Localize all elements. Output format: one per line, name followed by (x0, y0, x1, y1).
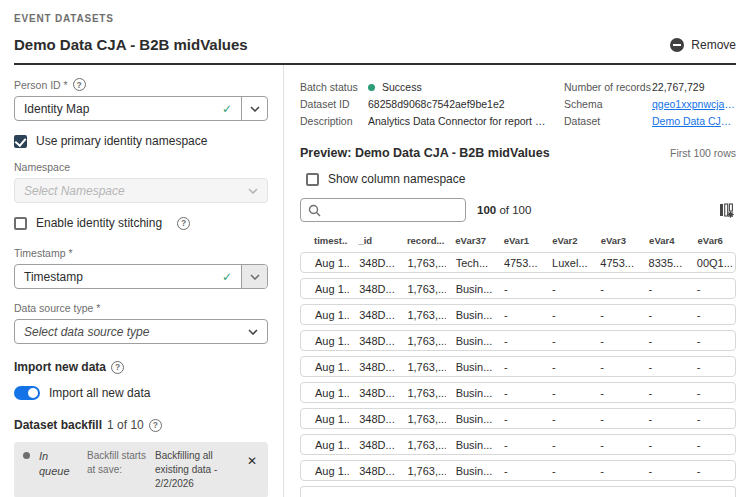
help-icon[interactable]: ? (149, 419, 162, 432)
table-cell: 348D... (349, 283, 397, 295)
table-cell: Luxel... (542, 257, 590, 269)
help-icon[interactable]: ? (111, 361, 124, 374)
records-value: 22,767,729 (652, 79, 705, 96)
column-header[interactable]: eVar6 (688, 235, 736, 246)
table-cell: - (542, 335, 590, 347)
dataset-id-label: Dataset ID (300, 96, 368, 113)
person-id-select[interactable]: Identity Map ✓ (14, 96, 268, 121)
breadcrumb: EVENT DATASETS (14, 13, 736, 24)
chevron-down-icon (248, 188, 258, 194)
table-cell: - (639, 309, 687, 321)
table-row[interactable]: Aug 1...348D...1,763,...Busin...----- (300, 304, 736, 325)
table-cell: Aug 1... (301, 387, 349, 399)
table-cell: - (494, 413, 542, 425)
column-header[interactable]: timest... (300, 235, 348, 246)
table-row[interactable]: Aug 1...348D...1,763,...Tech...4753...Lu… (300, 252, 736, 273)
table-cell: 1,763,... (397, 361, 445, 373)
column-settings-button[interactable] (717, 201, 736, 220)
toggle-on-icon (14, 386, 40, 400)
table-cell: Busin... (446, 283, 494, 295)
table-cell: - (590, 335, 638, 347)
table-cell: - (494, 465, 542, 477)
table-cell: - (590, 361, 638, 373)
dataset-label: Dataset (564, 113, 652, 130)
table-cell: - (687, 283, 735, 295)
table-cell: Aug 1... (301, 257, 349, 269)
table-cell: - (590, 309, 638, 321)
table-cell: - (590, 439, 638, 451)
table-row[interactable]: Aug 1...348D...1,763,...Busin...----- (300, 434, 736, 455)
person-id-label: Person ID * ? (14, 78, 268, 91)
result-count: 100 of 100 (477, 204, 531, 216)
column-settings-icon (719, 203, 734, 218)
status-dot-icon (23, 452, 30, 459)
column-header[interactable]: _id (348, 235, 396, 246)
table-cell: Aug 1... (301, 335, 349, 347)
table-cell: - (542, 413, 590, 425)
column-header[interactable]: record... (397, 235, 445, 246)
checkbox-unchecked-icon (306, 173, 319, 186)
table-cell: Aug 1... (301, 465, 349, 477)
table-cell: - (590, 465, 638, 477)
checkbox-label: Use primary identity namespace (36, 134, 207, 148)
dataset-meta: Batch status Success Dataset ID 68258d90… (300, 79, 736, 130)
preview-title: Preview: Demo Data CJA - B2B midValues (300, 146, 550, 160)
table-cell: 4753... (590, 257, 638, 269)
schema-link[interactable]: qgeo1xxpnwcjab2b Schema (652, 96, 736, 113)
table-cell: - (639, 335, 687, 347)
column-header[interactable]: eVar1 (494, 235, 542, 246)
records-label: Number of records (564, 79, 652, 96)
table-row[interactable]: Aug 1...348D...1,763,...Busin...----- (300, 330, 736, 351)
table-row[interactable]: Aug 1...348D...1,763,...Busin...----- (300, 382, 736, 403)
help-icon[interactable]: ? (177, 217, 190, 230)
close-icon[interactable]: ✕ (245, 453, 259, 469)
table-cell: Aug 1... (301, 413, 349, 425)
table-row[interactable]: Aug 1...348D...1,763,...Busin...----- (300, 460, 736, 481)
table-cell: 348D... (349, 413, 397, 425)
show-namespace-checkbox[interactable]: Show column namespace (306, 172, 736, 186)
table-cell: - (687, 361, 735, 373)
dataset-detail-page: EVENT DATASETS Demo Data CJA - B2B midVa… (0, 0, 750, 497)
table-cell: 4753... (494, 257, 542, 269)
data-source-type-select[interactable]: Select data source type (14, 319, 268, 344)
table-cell: Aug 1... (301, 439, 349, 451)
table-cell: 1,763,... (397, 283, 445, 295)
table-cell: 348D... (349, 387, 397, 399)
remove-button[interactable]: Remove (670, 38, 736, 52)
table-cell: 348D... (349, 361, 397, 373)
table-cell: 1,763,... (397, 257, 445, 269)
search-input[interactable] (327, 203, 458, 217)
schema-label: Schema (564, 96, 652, 113)
use-primary-namespace-checkbox[interactable]: Use primary identity namespace (14, 134, 268, 148)
timestamp-value: Timestamp (24, 270, 83, 284)
table-cell: Aug 1... (301, 283, 349, 295)
column-header[interactable]: eVar3 (591, 235, 639, 246)
table-row[interactable]: Aug 1...348D...1,763,...Busin...----- (300, 356, 736, 377)
column-header[interactable]: eVar37 (445, 235, 493, 246)
import-new-data-toggle[interactable]: Import all new data (14, 386, 268, 400)
chevron-down-icon (241, 97, 267, 120)
table-cell: 00Q1... (687, 257, 735, 269)
search-box[interactable] (300, 198, 466, 222)
table-cell: 348D... (349, 465, 397, 477)
column-header[interactable]: eVar4 (639, 235, 687, 246)
table-cell: Busin... (446, 361, 494, 373)
table-cell: - (639, 283, 687, 295)
table-row[interactable]: Aug 1...348D...1,763,...Busin...----- (300, 408, 736, 429)
table-cell: - (687, 335, 735, 347)
table-cell: 348D... (349, 335, 397, 347)
table-cell: 348D... (349, 257, 397, 269)
table-cell: 348D... (349, 309, 397, 321)
backfill-status-card: In queue Backfill starts at save: Backfi… (14, 442, 268, 497)
batch-status-value: Success (382, 81, 422, 93)
identity-stitching-checkbox[interactable]: Enable identity stitching ? (14, 216, 268, 230)
column-header[interactable]: eVar2 (542, 235, 590, 246)
timestamp-select[interactable]: Timestamp ✓ (14, 264, 268, 289)
help-icon[interactable]: ? (73, 78, 86, 91)
config-panel: Person ID * ? Identity Map ✓ Use primary… (0, 65, 284, 497)
dataset-link[interactable]: Demo Data CJA - B2B midValues (652, 113, 736, 130)
table-cell: - (542, 387, 590, 399)
backfill-count: 1 of 10 (107, 418, 144, 432)
minus-circle-icon (670, 38, 684, 52)
table-row[interactable]: Aug 1...348D...1,763,...Busin...----- (300, 278, 736, 299)
